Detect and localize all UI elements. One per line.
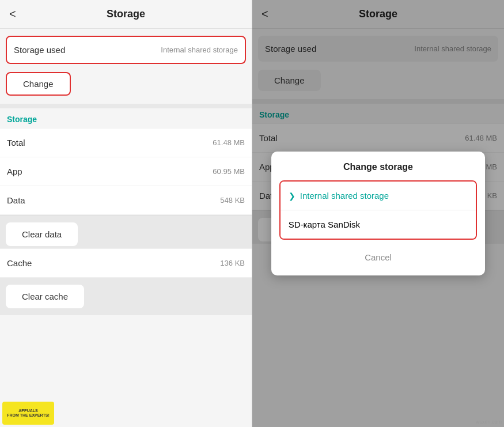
left-row-total-label: Total bbox=[7, 138, 25, 148]
wsxdn-watermark: wsxdn.com bbox=[476, 419, 502, 425]
left-storage-rows: Total 61.48 MB App 60.95 MB Data 548 KB bbox=[0, 128, 252, 215]
left-storage-used-value: Internal shared storage bbox=[161, 46, 238, 54]
left-clear-data-wrapper: Clear data bbox=[0, 215, 252, 248]
left-row-data-label: Data bbox=[7, 195, 25, 205]
left-row-total-value: 61.48 MB bbox=[213, 138, 245, 147]
modal-cancel-label: Cancel bbox=[365, 252, 392, 262]
modal-option-internal-label: Internal shared storage bbox=[300, 191, 389, 201]
left-storage-used-box: Storage used Internal shared storage bbox=[6, 36, 246, 64]
left-header-title: Storage bbox=[107, 8, 145, 20]
modal-cancel-button[interactable]: Cancel bbox=[279, 245, 477, 270]
left-clear-cache-wrapper: Clear cache bbox=[0, 278, 252, 315]
left-storage-used-label: Storage used bbox=[14, 45, 65, 55]
left-cache-row: Cache 136 KB bbox=[0, 248, 252, 278]
left-back-button[interactable]: < bbox=[9, 7, 16, 21]
left-screen: < Storage Storage used Internal shared s… bbox=[0, 0, 252, 427]
modal-option-sdcard-label: SD-карта SanDisk bbox=[289, 220, 360, 229]
chevron-right-icon: ❯ bbox=[289, 191, 295, 201]
left-cache-label: Cache bbox=[7, 258, 32, 268]
left-clear-cache-button[interactable]: Clear cache bbox=[6, 285, 84, 308]
left-storage-section-header: Storage bbox=[0, 108, 252, 128]
modal-title: Change storage bbox=[279, 162, 477, 172]
left-row-app-label: App bbox=[7, 167, 22, 176]
left-divider-1 bbox=[0, 104, 252, 108]
left-row-data-value: 548 KB bbox=[220, 196, 245, 205]
right-screen: < Storage Storage used Internal shared s… bbox=[252, 0, 504, 427]
modal-option-internal[interactable]: ❯ Internal shared storage bbox=[281, 182, 476, 210]
left-row-app-value: 60.95 MB bbox=[213, 167, 245, 176]
modal-option-sdcard[interactable]: SD-карта SanDisk bbox=[281, 210, 476, 239]
left-row-total: Total 61.48 MB bbox=[0, 128, 252, 157]
left-row-app: App 60.95 MB bbox=[0, 157, 252, 186]
left-change-button[interactable]: Change bbox=[6, 72, 71, 96]
left-change-btn-wrapper: Change bbox=[6, 72, 246, 96]
left-clear-data-button[interactable]: Clear data bbox=[6, 222, 78, 246]
modal-overlay: Change storage ❯ Internal shared storage… bbox=[252, 0, 504, 427]
left-storage-section-title: Storage bbox=[7, 115, 37, 124]
appuals-watermark: APPUALS FROM THE EXPERTS! bbox=[2, 402, 54, 425]
left-row-data: Data 548 KB bbox=[0, 186, 252, 215]
left-header: < Storage bbox=[0, 0, 252, 29]
left-cache-value: 136 KB bbox=[220, 259, 245, 267]
change-storage-dialog: Change storage ❯ Internal shared storage… bbox=[271, 152, 485, 275]
modal-options-list: ❯ Internal shared storage SD-карта SanDi… bbox=[279, 180, 477, 240]
